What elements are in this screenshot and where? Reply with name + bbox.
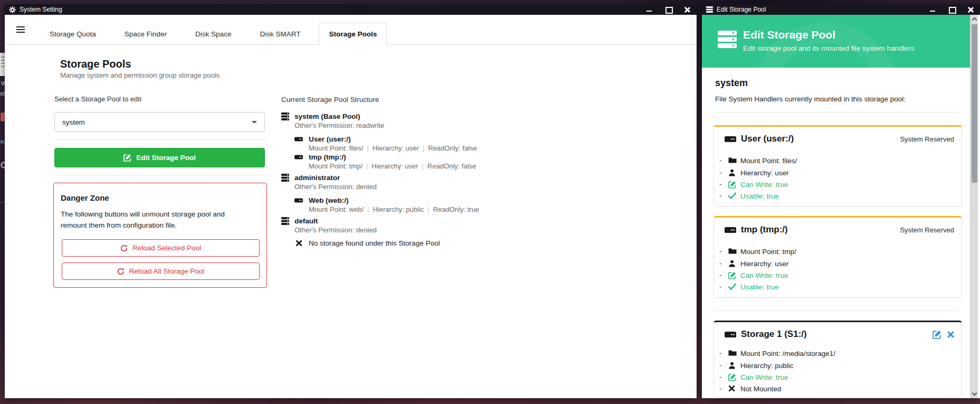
- system-reserved-badge: System Reserved: [900, 135, 954, 143]
- edit-icon: [123, 154, 131, 162]
- banner-title: Edit Storage Pool: [743, 29, 835, 41]
- person-icon: [728, 260, 736, 267]
- handler-details: Mount Point: files/|Hierarchy: user|Read…: [309, 144, 477, 152]
- danger-zone-card: Danger Zone The following buttons will u…: [53, 183, 267, 288]
- gear-icon: [9, 6, 16, 13]
- folder-icon: [728, 248, 737, 255]
- edit-icon: [728, 373, 736, 381]
- divider: [54, 139, 267, 139]
- scroll-down-icon[interactable]: [972, 391, 977, 396]
- edit-pool-panel: Edit Storage Pool Edit storage pool and …: [702, 15, 980, 398]
- x-icon: [296, 240, 304, 248]
- handler-card-storage1: Storage 1 (S1:/) - Mount Point: /media/s…: [713, 321, 962, 398]
- tab-storage-quota[interactable]: Storage Quota: [40, 23, 106, 44]
- minimize-icon[interactable]: [929, 6, 936, 13]
- select-pool-label: Select a Storage Pool to edit: [54, 95, 141, 103]
- handler-card-title: Storage 1 (S1:/): [725, 329, 807, 340]
- divider: [715, 112, 959, 112]
- system-reserved-badge: System Reserved: [900, 226, 954, 234]
- handler-name: tmp (tmp:/): [309, 153, 346, 161]
- remove-handler-icon[interactable]: [947, 331, 954, 338]
- person-icon: [728, 362, 736, 369]
- tab-storage-pools[interactable]: Storage Pools: [319, 23, 387, 45]
- reload-selected-pool-button[interactable]: Reload Selected Pool: [62, 239, 260, 257]
- minimize-icon[interactable]: [646, 6, 652, 13]
- page-subtitle: Manage system and permission group stora…: [60, 71, 220, 79]
- edit-storage-pool-window: Edit Storage Pool Edit Storage Pool Edit…: [702, 4, 980, 398]
- system-setting-window: System Setting Storage Quota Space Finde…: [5, 4, 697, 398]
- pool-permission: Other's Permission: denied: [294, 226, 377, 234]
- handler-property-row: - Mount Point: /media/storage1/: [714, 349, 962, 359]
- danger-zone-description: The following buttons will unmount stora…: [61, 209, 248, 231]
- edit-storage-pool-button[interactable]: Edit Storage Pool: [54, 148, 265, 167]
- handler-card-user: User (user:/) System Reserved - Mount Po…: [713, 125, 962, 206]
- server-icon: [281, 217, 290, 226]
- close-icon[interactable]: [684, 6, 690, 13]
- drive-icon: [294, 154, 303, 162]
- server-icon: [281, 174, 290, 182]
- pool-name: system (Base Pool): [294, 112, 360, 120]
- drive-icon: [294, 197, 303, 205]
- server-icon: [281, 112, 290, 121]
- banner-subtitle: Edit storage pool and its mounted file s…: [743, 44, 914, 52]
- server-icon: [706, 6, 713, 13]
- desktop-icon-label: xt: [0, 90, 5, 97]
- handler-details: Mount Point: tmp/|Hierarchy: user|ReadOn…: [309, 162, 476, 170]
- server-icon: [718, 31, 737, 49]
- window-titlebar[interactable]: System Setting: [5, 4, 697, 15]
- window-title: Edit Storage Pool: [717, 6, 766, 13]
- edit-handler-icon[interactable]: [933, 330, 941, 339]
- person-icon: [728, 169, 736, 176]
- pool-name-heading: system: [715, 78, 748, 89]
- tab-disk-smart[interactable]: Disk SMART: [250, 23, 310, 44]
- storage-pool-select[interactable]: system: [54, 112, 265, 132]
- check-icon: [728, 283, 736, 290]
- window-title: System Setting: [20, 6, 62, 13]
- divider: [54, 175, 267, 175]
- pool-permission: Other's Permission: denied: [294, 183, 377, 191]
- structure-heading: Current Storage Pool Structure: [281, 96, 379, 104]
- scroll-up-icon[interactable]: [972, 17, 977, 23]
- handler-property-row: - Hierarchy: user: [714, 259, 962, 269]
- empty-pool-message: No storage found under this Storage Pool: [309, 239, 440, 247]
- edit-icon: [728, 181, 736, 189]
- drive-icon: [725, 226, 736, 234]
- x-icon: [728, 385, 735, 392]
- folder-icon: [728, 350, 737, 356]
- tab-disk-space[interactable]: Disk Space: [185, 23, 241, 44]
- handlers-description: File System Handlers currently mounted i…: [715, 95, 906, 103]
- handler-property-row: - Can Write: true: [714, 180, 962, 190]
- panel-banner: Edit Storage Pool Edit storage pool and …: [702, 15, 970, 68]
- close-icon[interactable]: [967, 6, 974, 13]
- handler-card-title: tmp (tmp:/): [725, 224, 788, 235]
- refresh-icon: [120, 245, 128, 252]
- pool-name: default: [294, 217, 318, 225]
- scrollbar[interactable]: [970, 15, 978, 398]
- drive-icon: [725, 135, 736, 144]
- pool-name: administrator: [294, 174, 340, 182]
- handler-property-row: - Can Write: true: [714, 373, 962, 382]
- refresh-icon: [117, 268, 125, 275]
- handler-card-title: User (user:/): [725, 134, 794, 144]
- hamburger-icon[interactable]: [16, 26, 25, 33]
- handler-property-row: - Hierarchy: public: [714, 361, 962, 371]
- storage-pools-page: Storage Pools Manage system and permissi…: [5, 45, 697, 398]
- scrollbar-thumb[interactable]: [972, 24, 977, 183]
- handler-card-tmp: tmp (tmp:/) System Reserved - Mount Poin…: [713, 216, 962, 298]
- handler-property-row: - Usable: true: [714, 283, 962, 292]
- drive-icon: [294, 136, 303, 144]
- maximize-icon[interactable]: [948, 6, 955, 13]
- handler-name: Web (web:/): [309, 196, 349, 204]
- window-titlebar[interactable]: Edit Storage Pool: [702, 4, 980, 15]
- handler-property-row: - Usable: true: [714, 192, 962, 201]
- tab-bar: Storage Quota Space Finder Disk Space Di…: [5, 15, 697, 45]
- handler-property-row: - Not Mounted: [714, 384, 962, 394]
- folder-icon: [728, 157, 737, 164]
- pool-permission: Other's Permission: readwrite: [294, 121, 384, 129]
- danger-zone-title: Danger Zone: [61, 193, 109, 202]
- handler-details: Mount Point: web/|Hierarchy: public|Read…: [309, 205, 479, 213]
- drive-icon: [725, 330, 736, 339]
- tab-space-finder[interactable]: Space Finder: [115, 23, 177, 44]
- maximize-icon[interactable]: [665, 6, 671, 13]
- reload-all-storage-pool-button[interactable]: Reload All Storage Pool: [62, 262, 260, 280]
